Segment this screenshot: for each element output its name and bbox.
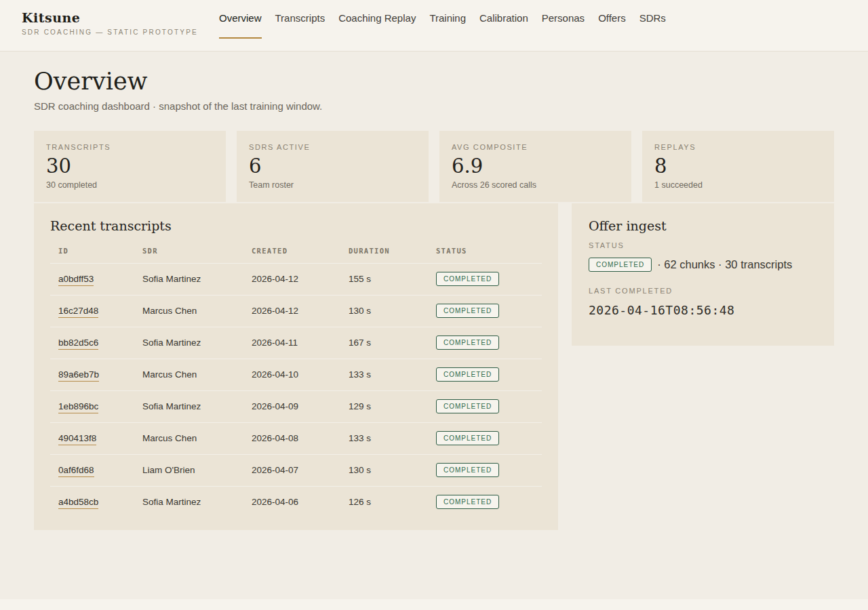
sdr-cell: Marcus Chen [134,423,243,455]
transcript-id-link[interactable]: 1eb896bc [58,401,98,413]
duration-cell: 133 s [340,359,428,391]
nav-item-training[interactable]: Training [429,0,466,39]
status-badge: COMPLETED [436,336,499,350]
status-badge: COMPLETED [436,304,499,318]
transcript-id-link[interactable]: a4bd58cb [58,497,98,509]
offer-ingest-heading: Offer ingest [589,218,817,233]
duration-cell: 130 s [340,455,428,487]
transcript-id-link[interactable]: 0af6fd68 [58,465,94,477]
table-row: 1eb896bc Sofia Martinez 2026-04-09 129 s… [50,391,542,423]
duration-cell: 126 s [340,487,428,518]
duration-cell: 129 s [340,391,428,423]
stat-label: REPLAYS [654,143,822,151]
created-cell: 2026-04-11 [243,327,340,359]
created-cell: 2026-04-12 [243,296,340,327]
main-content: Overview SDR coaching dashboard · snapsh… [0,52,868,599]
content-grid: Recent transcripts ID SDR CREATED DURATI… [34,203,834,530]
sdr-cell: Marcus Chen [134,359,243,391]
nav-item-offers[interactable]: Offers [598,0,626,39]
stat-sub: 1 succeeded [654,180,822,190]
stat-sub: Across 26 scored calls [452,180,619,190]
nav-item-coaching-replay[interactable]: Coaching Replay [338,0,416,39]
stat-label: AVG COMPOSITE [452,143,619,151]
transcript-id-link[interactable]: 490413f8 [58,433,96,445]
stat-label: TRANSCRIPTS [46,143,214,151]
duration-cell: 130 s [340,296,428,327]
stat-label: SDRS ACTIVE [249,143,416,151]
sdr-cell: Sofia Martinez [134,487,243,518]
stat-value: 8 [654,155,822,178]
brand-tagline: SDR COACHING — STATIC PROTOTYPE [22,28,219,36]
transcript-id-link[interactable]: 89a6eb7b [58,369,99,382]
transcript-id-link[interactable]: a0bdff53 [58,274,94,286]
status-badge: COMPLETED [436,399,499,413]
last-completed-value: 2026-04-16T08:56:48 [589,303,817,317]
nav-item-sdrs[interactable]: SDRs [639,0,666,39]
stat-sub: Team roster [249,180,416,190]
created-cell: 2026-04-09 [243,391,340,423]
stat-card-transcripts: TRANSCRIPTS 30 30 completed [34,131,226,202]
status-badge: COMPLETED [436,463,499,477]
stat-sub: 30 completed [46,180,214,190]
ingest-status-detail: · 62 chunks · 30 transcripts [657,258,792,271]
status-row: COMPLETED · 62 chunks · 30 transcripts [589,258,817,272]
nav-item-overview[interactable]: Overview [219,0,262,39]
recent-transcripts-card: Recent transcripts ID SDR CREATED DURATI… [34,203,558,530]
table-row: a0bdff53 Sofia Martinez 2026-04-12 155 s… [50,264,542,296]
stat-value: 6.9 [452,155,619,178]
recent-transcripts-heading: Recent transcripts [50,218,542,233]
column-header-sdr: SDR [134,241,243,264]
offer-ingest-card: Offer ingest STATUS COMPLETED · 62 chunk… [572,203,834,346]
table-row: 89a6eb7b Marcus Chen 2026-04-10 133 s CO… [50,359,542,391]
created-cell: 2026-04-06 [243,487,340,518]
stats-row: TRANSCRIPTS 30 30 completed SDRS ACTIVE … [34,131,834,202]
nav-item-personas[interactable]: Personas [542,0,585,39]
sdr-cell: Liam O'Brien [134,455,243,487]
created-cell: 2026-04-10 [243,359,340,391]
table-row: 0af6fd68 Liam O'Brien 2026-04-07 130 s C… [50,455,542,487]
stat-card-replays: REPLAYS 8 1 succeeded [642,131,834,202]
brand: Kitsune SDR COACHING — STATIC PROTOTYPE [22,0,219,36]
table-header-row: ID SDR CREATED DURATION STATUS [50,241,542,264]
stat-card-sdrs-active: SDRS ACTIVE 6 Team roster [237,131,429,202]
app-header: Kitsune SDR COACHING — STATIC PROTOTYPE … [0,0,868,52]
sdr-cell: Marcus Chen [134,296,243,327]
status-label: STATUS [589,241,817,249]
created-cell: 2026-04-08 [243,423,340,455]
stat-value: 30 [46,155,214,178]
duration-cell: 133 s [340,423,428,455]
column-header-id: ID [50,241,134,264]
page-title: Overview [34,68,834,95]
sdr-cell: Sofia Martinez [134,264,243,296]
status-badge: COMPLETED [436,272,499,286]
status-badge: COMPLETED [436,367,499,382]
transcript-id-link[interactable]: bb82d5c6 [58,338,98,350]
table-row: bb82d5c6 Sofia Martinez 2026-04-11 167 s… [50,327,542,359]
sdr-cell: Sofia Martinez [134,391,243,423]
created-cell: 2026-04-12 [243,264,340,296]
transcripts-table: ID SDR CREATED DURATION STATUS a0bdff53 … [50,241,542,518]
last-completed-label: LAST COMPLETED [589,287,817,295]
nav-item-calibration[interactable]: Calibration [479,0,528,39]
status-badge: COMPLETED [436,431,499,445]
table-row: a4bd58cb Sofia Martinez 2026-04-06 126 s… [50,487,542,518]
transcript-id-link[interactable]: 16c27d48 [58,306,98,318]
brand-name: Kitsune [22,10,219,25]
nav-item-transcripts[interactable]: Transcripts [275,0,326,39]
duration-cell: 167 s [340,327,428,359]
column-header-created: CREATED [243,241,340,264]
sdr-cell: Sofia Martinez [134,327,243,359]
table-row: 16c27d48 Marcus Chen 2026-04-12 130 s CO… [50,296,542,327]
page-subtitle: SDR coaching dashboard · snapshot of the… [34,100,834,112]
duration-cell: 155 s [340,264,428,296]
status-badge: COMPLETED [436,495,499,509]
stat-value: 6 [249,155,416,178]
main-nav: Overview Transcripts Coaching Replay Tra… [219,0,666,39]
table-row: 490413f8 Marcus Chen 2026-04-08 133 s CO… [50,423,542,455]
column-header-status: STATUS [428,241,542,264]
ingest-status-badge: COMPLETED [589,258,652,272]
created-cell: 2026-04-07 [243,455,340,487]
stat-card-avg-composite: AVG COMPOSITE 6.9 Across 26 scored calls [439,131,631,202]
column-header-duration: DURATION [340,241,428,264]
